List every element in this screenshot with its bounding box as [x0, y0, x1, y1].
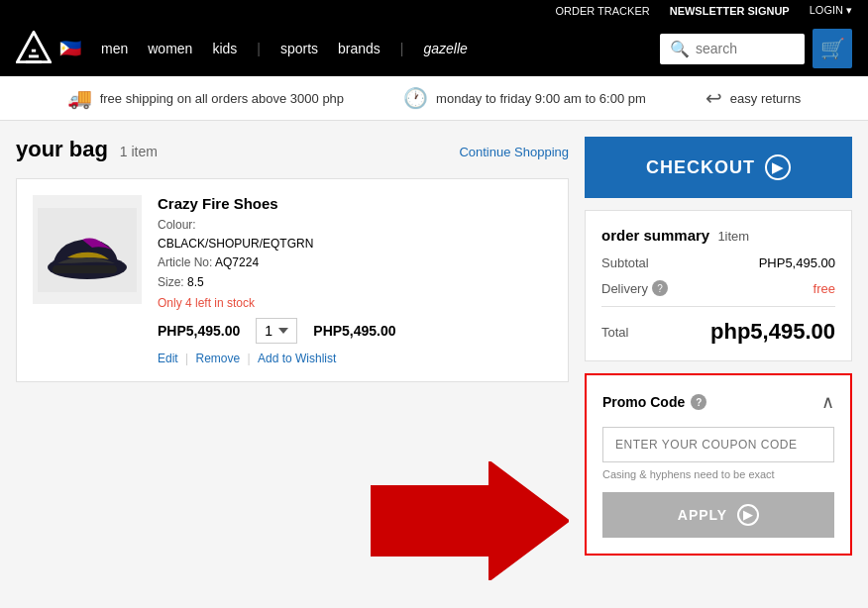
product-details: Crazy Fire Shoes Colour: CBLACK/SHOPUR/E…: [158, 195, 552, 365]
article-label: Article No:: [158, 255, 212, 269]
total-row: Total php5,495.00: [601, 319, 835, 345]
nav-separator: |: [257, 41, 261, 56]
logo-area: 🇵🇭: [16, 31, 81, 66]
promo-bar: 🚚 free shipping on all orders above 3000…: [0, 76, 868, 121]
edit-links: Edit | Remove | Add to Wishlist: [158, 352, 552, 365]
main-nav: 🇵🇭 men women kids | sports brands | gaze…: [0, 21, 868, 76]
nav-separator2: |: [400, 41, 404, 56]
bag-title-area: your bag 1 item: [16, 137, 158, 162]
price-left: PHP5,495.00: [158, 323, 240, 339]
checkout-button[interactable]: CHECKOUT ▶: [585, 137, 852, 198]
promo-title: Promo Code ?: [602, 394, 706, 410]
page-content: your bag 1 item Continue Shopping: [0, 121, 868, 596]
delivery-value: free: [814, 281, 835, 296]
bag-count: 1 item: [120, 144, 158, 159]
wishlist-link[interactable]: Add to Wishlist: [258, 352, 336, 365]
apply-arrow-icon: ▶: [737, 504, 759, 526]
size-label: Size:: [158, 275, 184, 289]
right-column: CHECKOUT ▶ order summary 1item Subtotal …: [585, 137, 852, 580]
colour-label: Colour:: [158, 218, 196, 232]
nav-brands[interactable]: brands: [338, 41, 380, 56]
shipping-icon: 🚚: [67, 86, 92, 110]
summary-item-count: 1item: [717, 229, 749, 244]
promo-hint: Casing & hyphens need to be exact: [602, 468, 834, 480]
returns-icon: ↩: [705, 86, 722, 110]
promo-collapse-icon[interactable]: ∧: [821, 391, 834, 413]
login-link[interactable]: LOGIN ▾: [810, 4, 852, 17]
nav-links: men women kids | sports brands | gazelle: [101, 41, 468, 56]
search-icon: 🔍: [670, 40, 690, 58]
quantity-select[interactable]: 1 2 3 4: [256, 318, 297, 344]
nav-right: 🔍 🛒: [660, 29, 852, 68]
bag-header: your bag 1 item Continue Shopping: [16, 137, 569, 162]
nav-gazelle[interactable]: gazelle: [424, 41, 468, 56]
stock-warning: Only 4 left in stock: [158, 296, 552, 310]
nav-kids[interactable]: kids: [212, 41, 237, 56]
delivery-row: Delivery ? free: [601, 280, 835, 296]
newsletter-signup-link[interactable]: NEWSLETTER SIGNUP: [670, 5, 790, 17]
colour-value: CBLACK/SHOPUR/EQTGRN: [158, 237, 313, 251]
promo-shipping: 🚚 free shipping on all orders above 3000…: [67, 86, 344, 110]
adidas-logo: [16, 31, 52, 66]
left-column: your bag 1 item Continue Shopping: [16, 137, 569, 580]
order-tracker-link[interactable]: ORDER TRACKER: [556, 5, 650, 17]
total-label: Total: [601, 325, 628, 340]
nav-women[interactable]: women: [148, 41, 192, 56]
promo-returns: ↩ easy returns: [705, 86, 802, 110]
page-wrapper: your bag 1 item Continue Shopping: [0, 121, 868, 596]
product-name: Crazy Fire Shoes: [158, 195, 552, 212]
checkout-arrow-icon: ▶: [765, 154, 791, 180]
nav-men[interactable]: men: [101, 41, 128, 56]
summary-divider: [601, 306, 835, 307]
svg-marker-7: [371, 461, 569, 580]
arrow-area: [16, 461, 569, 580]
product-image: [33, 195, 142, 304]
search-input[interactable]: [696, 41, 795, 56]
subtotal-row: Subtotal PHP5,495.00: [601, 255, 835, 270]
total-value: php5,495.00: [710, 319, 835, 345]
product-actions: PHP5,495.00 1 2 3 4 PHP5,495.00: [158, 318, 552, 344]
edit-link[interactable]: Edit: [158, 352, 178, 365]
cart-button[interactable]: 🛒: [813, 29, 852, 68]
promo-code-section: Promo Code ? ∧ Casing & hyphens need to …: [585, 373, 852, 556]
country-flag: 🇵🇭: [59, 38, 81, 59]
shoe-image-svg: [38, 208, 137, 292]
order-summary: order summary 1item Subtotal PHP5,495.00…: [585, 210, 852, 361]
product-info: Colour: CBLACK/SHOPUR/EQTGRN Article No:…: [158, 216, 552, 292]
separator2: |: [248, 352, 254, 365]
delivery-help-icon[interactable]: ?: [652, 280, 668, 296]
remove-link[interactable]: Remove: [195, 352, 240, 365]
top-bar: ORDER TRACKER NEWSLETTER SIGNUP LOGIN ▾: [0, 0, 868, 21]
red-arrow: [371, 461, 569, 580]
bag-title: your bag: [16, 137, 108, 161]
price-right: PHP5,495.00: [313, 323, 395, 339]
article-value: AQ7224: [215, 255, 259, 269]
delivery-label: Delivery ?: [601, 280, 668, 296]
coupon-input[interactable]: [602, 427, 834, 462]
subtotal-value: PHP5,495.00: [759, 255, 835, 270]
nav-sports[interactable]: sports: [280, 41, 318, 56]
summary-title: order summary 1item: [601, 227, 835, 244]
separator1: |: [185, 352, 191, 365]
apply-button[interactable]: APPLY ▶: [602, 492, 834, 538]
size-value: 8.5: [187, 275, 204, 289]
promo-hours: 🕐 monday to friday 9:00 am to 6:00 pm: [403, 86, 646, 110]
continue-shopping-link[interactable]: Continue Shopping: [459, 145, 569, 159]
clock-icon: 🕐: [403, 86, 428, 110]
search-box: 🔍: [660, 34, 805, 64]
svg-rect-6: [53, 265, 117, 273]
product-card: Crazy Fire Shoes Colour: CBLACK/SHOPUR/E…: [16, 178, 569, 382]
promo-help-icon[interactable]: ?: [691, 394, 706, 410]
promo-header: Promo Code ? ∧: [602, 391, 834, 413]
subtotal-label: Subtotal: [601, 255, 649, 270]
